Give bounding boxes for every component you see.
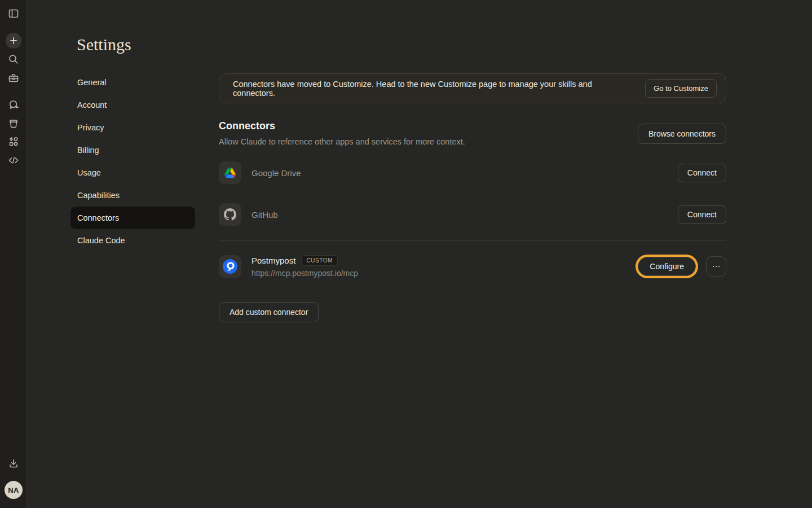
- google-drive-icon: [219, 161, 241, 184]
- search-icon[interactable]: [7, 52, 20, 66]
- connect-google-drive-button[interactable]: Connect: [678, 164, 726, 182]
- nav-item-general[interactable]: General: [70, 71, 195, 94]
- nav-item-account[interactable]: Account: [70, 94, 195, 116]
- nav-item-capabilities[interactable]: Capabilities: [70, 184, 195, 207]
- settings-window: NA Settings General Account Privacy Bill…: [0, 0, 812, 508]
- github-icon: [219, 203, 241, 226]
- connector-name: Google Drive: [251, 168, 301, 178]
- settings-nav: General Account Privacy Billing Usage Ca…: [70, 71, 195, 252]
- plus-icon: [9, 36, 18, 45]
- projects-icon[interactable]: [7, 117, 20, 130]
- page-title: Settings: [77, 35, 131, 54]
- postmypost-icon: [219, 255, 241, 278]
- banner-message: Connectors have moved to Customize. Head…: [233, 80, 636, 98]
- custom-badge: CUSTOM: [301, 255, 338, 266]
- connector-row-google-drive: Google Drive Connect: [219, 161, 726, 184]
- connector-info: Postmypost CUSTOM https://mcp.postmypost…: [251, 255, 358, 278]
- browse-connectors-button[interactable]: Browse connectors: [638, 124, 726, 144]
- connector-name: Postmypost: [251, 256, 295, 265]
- connector-url: https://mcp.postmypost.io/mcp: [251, 269, 358, 278]
- connector-row-github: GitHub Connect: [219, 203, 726, 226]
- user-avatar[interactable]: NA: [5, 481, 23, 499]
- artifacts-icon[interactable]: [7, 135, 20, 148]
- download-icon[interactable]: [7, 457, 20, 470]
- add-custom-connector-button[interactable]: Add custom connector: [219, 302, 319, 322]
- nav-item-privacy[interactable]: Privacy: [70, 116, 195, 139]
- nav-item-claude-code[interactable]: Claude Code: [70, 229, 195, 252]
- connectors-panel: Connectors have moved to Customize. Head…: [219, 0, 726, 508]
- more-options-button[interactable]: ⋯: [706, 256, 726, 277]
- connectors-description: Allow Claude to reference other apps and…: [219, 137, 465, 146]
- chats-icon[interactable]: [7, 98, 20, 112]
- connectors-heading: Connectors: [219, 120, 275, 132]
- nav-item-billing[interactable]: Billing: [70, 139, 195, 161]
- app-rail: NA: [0, 0, 27, 508]
- connectors-divider: [219, 240, 726, 241]
- code-icon[interactable]: [7, 154, 20, 167]
- tools-icon[interactable]: [7, 71, 20, 85]
- sidebar-toggle-icon[interactable]: [7, 7, 20, 20]
- go-to-customize-button[interactable]: Go to Customize: [645, 79, 717, 98]
- connect-github-button[interactable]: Connect: [678, 205, 726, 224]
- nav-item-connectors[interactable]: Connectors: [70, 207, 195, 229]
- new-chat-button[interactable]: [6, 33, 21, 49]
- connector-row-postmypost: Postmypost CUSTOM https://mcp.postmypost…: [219, 252, 726, 281]
- connector-name: GitHub: [251, 210, 278, 220]
- connectors-moved-banner: Connectors have moved to Customize. Head…: [219, 73, 726, 103]
- nav-item-usage[interactable]: Usage: [70, 161, 195, 184]
- configure-postmypost-button[interactable]: Configure: [638, 257, 696, 276]
